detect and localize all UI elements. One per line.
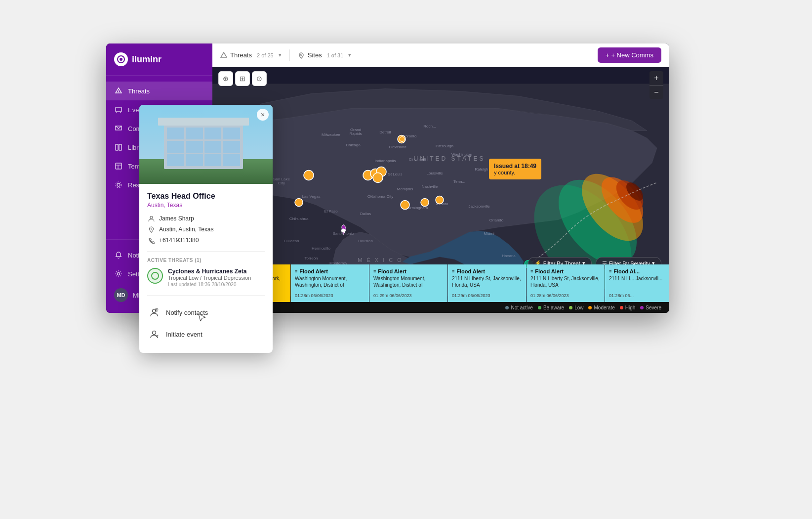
initiate-event-action[interactable]: Initiate event <box>147 323 265 345</box>
popup-threats-label: ACTIVE THREATS (1) <box>147 258 265 263</box>
svg-point-74 <box>436 196 444 204</box>
threat-status-inner <box>151 272 159 280</box>
svg-text:Milwaukee: Milwaukee <box>322 132 340 137</box>
svg-text:Las Vegas: Las Vegas <box>302 194 320 199</box>
new-comms-button[interactable]: + + New Comms <box>598 47 661 63</box>
popup-threats-section: ACTIVE THREATS (1) Cyclones & Hurricanes… <box>147 251 265 287</box>
notifications-icon <box>114 251 123 260</box>
alert-time-5: 01:28m 06... <box>609 293 669 298</box>
event-rooms-icon <box>114 105 123 114</box>
site-popup: × Texas Head Office Austin, Texas James … <box>139 105 273 353</box>
contact-person-icon <box>147 215 155 222</box>
popup-building-overhang <box>158 118 249 126</box>
settings-icon <box>114 269 123 278</box>
initiate-label: Initiate event <box>166 331 203 338</box>
threats-icon <box>114 86 123 95</box>
svg-point-13 <box>116 182 122 188</box>
resources-icon <box>114 180 123 189</box>
alert-card-2[interactable]: ≡ Flood Alert Washington Monument, Washi… <box>369 264 447 302</box>
map-layers-button[interactable]: ⊞ <box>235 71 250 86</box>
svg-point-3 <box>118 92 119 93</box>
svg-point-79 <box>151 228 152 229</box>
svg-text:Rapids: Rapids <box>350 131 362 136</box>
alert-desc-3: 2111 N Liberty St, Jacksonville, Florida… <box>452 275 522 288</box>
notify-label: Notify contacts <box>166 309 208 316</box>
alert-desc-5: 2111 N Li... Jacksonvil... <box>609 275 669 282</box>
svg-text:Jacksonville: Jacksonville <box>468 204 490 209</box>
legend-dot-moderate <box>588 306 592 309</box>
alert-cards-row: ≡ Flood Alert ssington Ave, New New York… <box>212 264 669 302</box>
alert-title-4: ≡ Flood Alert <box>530 268 601 274</box>
popup-contact-row: James Sharp <box>147 215 265 222</box>
threats-dropdown[interactable]: Threats 2 of 25 ▾ <box>220 51 282 59</box>
svg-line-6 <box>120 112 121 113</box>
legend-label-severe: Severe <box>646 305 661 310</box>
popup-address: Austin, Austin, Texas <box>159 226 214 233</box>
sites-chevron-icon: ▾ <box>348 52 351 58</box>
map-zoom-out-button[interactable]: − <box>650 85 663 99</box>
threats-header-icon <box>220 52 227 59</box>
legend-not-active: Not active <box>505 305 532 310</box>
map-search-button[interactable]: ⊙ <box>252 71 267 86</box>
alert-title-3: ≡ Flood Alert <box>452 268 522 274</box>
footer-bar: ● iluminr Not active Be aware Low Modera… <box>212 302 669 313</box>
svg-text:Indianapolis: Indianapolis <box>375 159 396 163</box>
logo-text: iluminr <box>132 54 162 65</box>
alert-card-3[interactable]: ≡ Flood Alert 2111 N Liberty St, Jackson… <box>448 264 526 302</box>
svg-rect-9 <box>116 163 122 169</box>
sites-header-icon <box>298 52 305 59</box>
svg-text:Chihuahua: Chihuahua <box>289 216 309 221</box>
threat-item-0: Cyclones & Hurricanes Zeta Tropical Low … <box>147 268 265 287</box>
svg-text:Raleigh: Raleigh <box>475 167 488 172</box>
svg-point-72 <box>401 201 409 210</box>
svg-point-70 <box>373 173 383 183</box>
popup-building-main <box>164 125 243 169</box>
sites-label: Sites <box>308 51 322 59</box>
alert-desc-4: 2111 N Liberty St, Jacksonville, Florida… <box>530 275 601 288</box>
tooltip-location: y county. <box>494 170 515 175</box>
legend-dot-low <box>569 306 572 309</box>
threat-type: Tropical Low / Tropical Depression <box>168 275 265 281</box>
svg-point-73 <box>421 199 429 207</box>
popup-windows <box>164 125 243 169</box>
legend-label-low: Low <box>574 305 583 310</box>
svg-text:Orlando: Orlando <box>489 218 504 222</box>
svg-point-12 <box>117 183 120 186</box>
notify-contacts-action[interactable]: Notify contacts <box>147 302 265 323</box>
alert-time-2: 01:29m 06/06/2023 <box>373 293 444 298</box>
legend-dot-high <box>620 306 623 309</box>
map-zoom-in-button[interactable]: + <box>650 71 663 85</box>
threats-count: 2 of 25 <box>257 52 274 58</box>
alert-card-1[interactable]: ≡ Flood Alert Washington Monument, Washi… <box>291 264 369 302</box>
popup-phone: +61419311380 <box>159 237 199 244</box>
threat-details: Cyclones & Hurricanes Zeta Tropical Low … <box>168 268 265 287</box>
popup-content: Texas Head Office Austin, Texas James Sh… <box>139 184 273 353</box>
map-tooltip: Issued at 18:49 y county. <box>489 159 541 179</box>
svg-point-71 <box>295 199 303 207</box>
svg-text:Detroit: Detroit <box>379 130 391 134</box>
svg-point-76 <box>341 229 345 233</box>
alert-card-5[interactable]: ≡ Flood Al... 2111 N Li... Jacksonvil...… <box>605 264 669 302</box>
libraries-icon <box>114 143 123 152</box>
threats-label: Threats <box>230 51 252 59</box>
svg-text:St Louis: St Louis <box>388 172 403 176</box>
svg-point-1 <box>120 58 122 61</box>
svg-text:Culiacan: Culiacan <box>284 239 299 243</box>
map-move-button[interactable]: ⊕ <box>218 71 233 86</box>
alert-title-1: ≡ Flood Alert <box>295 268 365 274</box>
sites-dropdown[interactable]: Sites 1 of 31 ▾ <box>298 51 352 59</box>
popup-close-button[interactable]: × <box>257 109 269 121</box>
legend-label-not-active: Not active <box>511 305 532 310</box>
legend-dot-severe <box>640 306 644 309</box>
threat-name: Cyclones & Hurricanes Zeta <box>168 268 265 275</box>
new-comms-plus-icon: + <box>606 51 609 59</box>
svg-text:Dallas: Dallas <box>360 212 371 216</box>
svg-text:Miami: Miami <box>484 231 494 236</box>
svg-text:Louisville: Louisville <box>427 171 443 175</box>
legend-high: High <box>620 305 636 310</box>
map-controls: ⊕ ⊞ ⊙ <box>218 71 267 86</box>
logo-icon <box>114 52 128 66</box>
popup-subtitle: Austin, Texas <box>147 202 265 209</box>
sidebar-item-threats[interactable]: Threats <box>106 82 212 100</box>
alert-card-4[interactable]: ≡ Flood Alert 2111 N Liberty St, Jackson… <box>527 264 605 302</box>
